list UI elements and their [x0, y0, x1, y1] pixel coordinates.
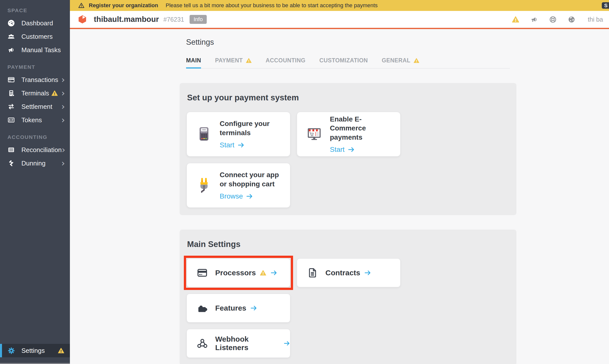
setup-card-title: Configure your terminals [220, 119, 282, 137]
warning-icon [246, 58, 252, 64]
browse-link[interactable]: Browse [220, 192, 282, 200]
warning-icon [260, 270, 266, 276]
sidebar-section-accounting: ACCOUNTING [0, 127, 70, 143]
arrow-right-icon [348, 146, 355, 153]
user-menu-label[interactable]: thi ba [588, 16, 603, 23]
tab-accounting[interactable]: ACCOUNTING [266, 57, 305, 68]
tab-label: CUSTOMIZATION [319, 57, 368, 64]
arrow-right-icon [250, 305, 257, 312]
sidebar-item-settlement[interactable]: Settlement › [0, 100, 70, 113]
main-settings-title: Main Settings [187, 240, 509, 249]
sidebar-item-label: Terminals [21, 89, 51, 97]
sidebar-item-label: Transactions [21, 76, 61, 84]
banner-action-button[interactable]: S [602, 2, 609, 9]
webhook-icon [197, 338, 208, 349]
contracts-card[interactable]: Contracts [297, 258, 401, 287]
tab-payment[interactable]: PAYMENT [215, 57, 252, 68]
warning-icon[interactable] [512, 16, 519, 23]
tab-main[interactable]: MAIN [186, 57, 201, 68]
chevron-right-icon: › [61, 160, 65, 167]
sidebar-item-label: Dunning [21, 160, 61, 167]
cube-logo-icon[interactable] [77, 14, 87, 24]
warning-icon [413, 58, 419, 64]
sidebar-item-label: Tokens [21, 116, 61, 124]
setup-card-title: Enable E-Commerce payments [330, 115, 392, 142]
account-id: #76231 [163, 16, 184, 23]
page-content: Settings MAIN PAYMENT ACCOUNTING CUSTOMI… [70, 30, 609, 364]
tab-label: ACCOUNTING [266, 57, 305, 64]
sidebar-bottom-divider [0, 363, 70, 364]
configure-terminals-card[interactable]: Configure your terminals Start [187, 112, 290, 157]
list-icon [7, 146, 15, 154]
ecommerce-payments-card[interactable]: Enable E-Commerce payments Start [297, 112, 401, 157]
gavel-icon [7, 160, 15, 167]
megaphone-icon [7, 46, 15, 54]
puzzle-icon [197, 303, 208, 314]
processors-card[interactable]: Processors [187, 258, 290, 287]
arrow-right-icon [246, 193, 253, 200]
sidebar-item-settings[interactable]: Settings [0, 344, 70, 357]
gear-icon [7, 347, 15, 355]
chevron-right-icon: › [61, 103, 65, 110]
settings-tabs: MAIN PAYMENT ACCOUNTING CUSTOMIZATION GE… [186, 57, 510, 69]
main-area: Register your organization Please tell u… [70, 0, 609, 364]
features-card[interactable]: Features [187, 294, 290, 323]
connect-app-card[interactable]: Connect your app or shopping cart Browse [187, 163, 290, 208]
sidebar: SPACE Dashboard Customers Manual Tasks P… [0, 0, 70, 364]
tab-general[interactable]: GENERAL [382, 57, 419, 68]
warning-icon [58, 347, 64, 354]
credit-card-icon [7, 76, 15, 83]
card-label: Webhook Listeners [215, 335, 280, 352]
arrow-right-icon [238, 142, 245, 149]
sidebar-item-label: Settings [21, 347, 58, 355]
transfer-arrows-icon [7, 103, 15, 110]
warning-icon [51, 90, 58, 97]
card-label: Processors [215, 269, 256, 277]
globe-icon[interactable] [568, 16, 575, 23]
link-label: Start [220, 141, 234, 149]
sidebar-item-terminals[interactable]: Terminals › [0, 86, 70, 100]
pos-terminal-illustration-icon [196, 125, 212, 143]
chevron-right-icon: › [61, 76, 65, 83]
dashboard-gauge-icon [7, 19, 15, 27]
sidebar-item-manual-tasks[interactable]: Manual Tasks [0, 43, 70, 57]
customers-icon [7, 33, 15, 40]
start-link[interactable]: Start [220, 141, 282, 149]
arrow-right-icon [364, 269, 371, 276]
sidebar-item-customers[interactable]: Customers [0, 30, 70, 43]
setup-section: Set up your payment system Configure you… [180, 83, 516, 215]
tab-customization[interactable]: CUSTOMIZATION [319, 57, 368, 68]
chevron-right-icon: › [61, 90, 65, 97]
sidebar-item-transactions[interactable]: Transactions › [0, 73, 70, 86]
credit-card-icon [197, 267, 208, 278]
chevron-right-icon: › [61, 117, 65, 124]
tab-label: GENERAL [382, 57, 410, 64]
id-card-icon [7, 116, 15, 124]
sidebar-section-payment: PAYMENT [0, 57, 70, 73]
start-link[interactable]: Start [330, 146, 392, 154]
terminal-icon [7, 89, 15, 97]
webhook-listeners-card[interactable]: Webhook Listeners [187, 329, 290, 358]
sidebar-item-reconciliation[interactable]: Reconciliation › [0, 143, 70, 157]
info-badge[interactable]: Info [190, 15, 207, 24]
sidebar-item-tokens[interactable]: Tokens › [0, 113, 70, 127]
chevron-right-icon: › [62, 146, 65, 154]
top-header: thibault.mambour #76231 Info thi ba [70, 11, 609, 29]
announcements-icon[interactable] [530, 16, 538, 23]
help-lifering-icon[interactable] [549, 16, 557, 23]
setup-card-title: Connect your app or shopping cart [220, 170, 282, 189]
card-label: Features [215, 304, 246, 312]
tab-label: MAIN [186, 57, 201, 64]
arrow-right-icon [284, 340, 290, 347]
plug-illustration-icon [196, 176, 212, 194]
sidebar-item-label: Dashboard [21, 19, 65, 27]
sidebar-item-dashboard[interactable]: Dashboard [0, 16, 70, 30]
webshop-illustration-icon [306, 125, 322, 143]
register-banner: Register your organization Please tell u… [70, 0, 609, 11]
card-label: Contracts [325, 269, 360, 277]
link-label: Start [330, 146, 345, 154]
warning-outline-icon [78, 2, 85, 9]
sidebar-item-dunning[interactable]: Dunning › [0, 157, 70, 170]
setup-section-title: Set up your payment system [187, 93, 509, 102]
account-name[interactable]: thibault.mambour [94, 15, 159, 24]
